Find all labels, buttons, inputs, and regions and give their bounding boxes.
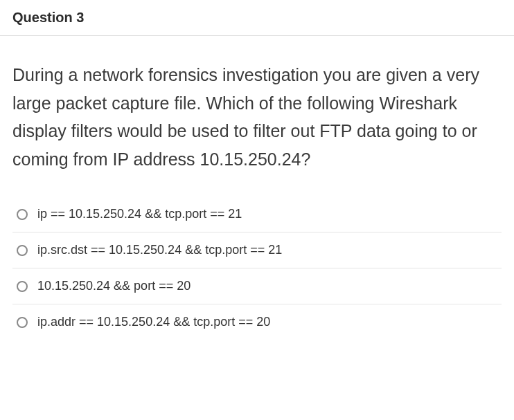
option-label: ip == 10.15.250.24 && tcp.port == 21 [37,207,242,221]
question-header: Question 3 [0,0,514,36]
option-radio[interactable] [17,281,28,292]
option-radio[interactable] [17,209,28,220]
option-label: ip.addr == 10.15.250.24 && tcp.port == 2… [37,315,270,329]
option-radio[interactable] [17,317,28,328]
option-row[interactable]: ip == 10.15.250.24 && tcp.port == 21 [12,197,502,232]
options-list: ip == 10.15.250.24 && tcp.port == 21 ip.… [12,197,502,340]
option-row[interactable]: 10.15.250.24 && port == 20 [12,268,502,304]
option-label: 10.15.250.24 && port == 20 [37,279,190,293]
question-prompt: During a network forensics investigation… [12,61,502,173]
option-label: ip.src.dst == 10.15.250.24 && tcp.port =… [37,243,282,257]
question-number: Question 3 [12,10,502,26]
question-body: During a network forensics investigation… [0,36,514,354]
option-radio[interactable] [17,245,28,256]
option-row[interactable]: ip.addr == 10.15.250.24 && tcp.port == 2… [12,304,502,340]
option-row[interactable]: ip.src.dst == 10.15.250.24 && tcp.port =… [12,232,502,268]
